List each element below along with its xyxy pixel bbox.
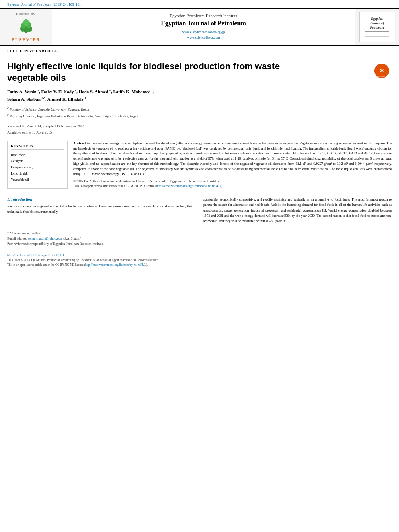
article-type-label: Full Length Article — [0, 46, 399, 55]
article-title-section: Highly effective ionic liquids for biodi… — [0, 58, 399, 86]
dates-section: Received 16 May 2014; accepted 13 Novemb… — [0, 121, 399, 138]
elsevier-brand-text: ELSEVIER — [12, 37, 41, 42]
intro-heading: 1. Introduction — [7, 197, 196, 201]
right-logo-line3: Petroleum — [370, 26, 384, 29]
footnote-peer-review: Peer review under responsibility of Egyp… — [7, 242, 392, 247]
intro-paragraph1: Energy consumption augment is inevitable… — [7, 204, 196, 214]
footer-copyright: 1110-0621 © 2015 The Authors. Production… — [7, 258, 392, 267]
main-content: Keywords Biodiesel; Catalyst; Energy sou… — [0, 138, 399, 189]
author-5: Seham A. Shaban b,* — [7, 97, 45, 101]
intro-col-right: acceptable, economically competitive, an… — [203, 197, 392, 224]
abstract-body: As conventional energy sources deplete, … — [73, 141, 392, 176]
author-4: Latifa K. Mohamed b — [113, 89, 153, 94]
footnote-email: E-mail address: sehamshaban@yahoo.com (S… — [7, 236, 392, 242]
crossmark-badge[interactable]: ✕ CrossMark — [374, 63, 392, 81]
abstract-label: Abstract — [73, 141, 86, 145]
corresponding-label: * Corresponding author. — [10, 232, 41, 235]
keyword-5: Vegetable oil — [11, 177, 64, 183]
introduction-section: 1. Introduction Energy consumption augme… — [0, 197, 399, 224]
page-wrapper: Egyptian Journal of Petroleum (2015) 24,… — [0, 0, 399, 532]
author-3: Hoda S. Ahmed b — [79, 89, 111, 94]
journal-citation: Egyptian Journal of Petroleum (2015) 24,… — [7, 2, 81, 6]
svg-text:✕: ✕ — [380, 68, 384, 74]
crossmark-icon: ✕ CrossMark — [374, 63, 390, 79]
right-logo: Egyptian Journal of Petroleum — [359, 12, 395, 42]
author-6: Ahmed K. Elfadaly b — [47, 97, 86, 101]
keywords-list: Biodiesel; Catalyst; Energy sources; Ion… — [11, 152, 64, 183]
doi-link[interactable]: http://dx.doi.org/10.1016/j.ejpe.2015.02… — [7, 253, 392, 257]
journal-urls: www.elsevier.com/locate/egyjp www.scienc… — [182, 29, 225, 40]
top-citation-bar: Egyptian Journal of Petroleum (2015) 24,… — [0, 0, 399, 8]
keyword-4: Ionic liquid; — [11, 170, 64, 177]
journal-url1[interactable]: www.elsevier.com/locate/egyjp — [182, 29, 225, 35]
open-access-text: This is an open access article under the… — [73, 184, 156, 188]
footer-license-text: This is an open access article under the… — [7, 263, 85, 267]
abstract-text: Abstract As conventional energy sources … — [73, 141, 392, 177]
abstract-box: Abstract As conventional energy sources … — [73, 141, 392, 189]
right-logo-line2: Journal of — [370, 21, 384, 25]
right-logo-line1: Egyptian — [371, 17, 383, 21]
doi-text[interactable]: http://dx.doi.org/10.1016/j.ejpe.2015.02… — [7, 253, 64, 257]
email-person: (S.A. Shaban). — [63, 237, 82, 240]
copyright-text: © 2015 The Authors. Production and hosti… — [73, 179, 220, 183]
intro-paragraph2: acceptable, economically competitive, an… — [203, 197, 392, 224]
author-1: Fathy A. Yassin a — [7, 89, 39, 94]
svg-text:CrossMark: CrossMark — [378, 76, 385, 77]
footer-license-end: ). — [146, 263, 148, 267]
affiliation-b: b Refining Division, Egyptian Petroleum … — [7, 113, 392, 119]
article-type-text: Full Length Article — [7, 49, 58, 53]
journal-right-logo-box: Egyptian Journal of Petroleum — [355, 9, 399, 45]
journal-institute: Egyptian Petroleum Research Institute — [169, 13, 238, 18]
keywords-box: Keywords Biodiesel; Catalyst; Energy sou… — [7, 141, 68, 189]
keyword-2: Catalyst; — [11, 158, 64, 164]
journal-name: Egyptian Journal of Petroleum — [161, 20, 246, 27]
footer-copyright-text: © 2015 The Authors. Production and hosti… — [21, 258, 159, 262]
footnote-section: * * Corresponding author. E-mail address… — [0, 228, 399, 248]
authors-section: Fathy A. Yassin a, Fathy Y. El Kady b, H… — [0, 86, 399, 104]
author-2: Fathy Y. El Kady b — [41, 89, 76, 94]
email-label: E-mail address: — [7, 237, 27, 240]
keyword-1: Biodiesel; — [11, 152, 64, 158]
affiliation-a: a Faculty of Science, Zagazig University… — [7, 106, 392, 112]
elsevier-logo-box: HOSTED BY ELSEVIER — [0, 9, 52, 45]
intro-col-left: 1. Introduction Energy consumption augme… — [7, 197, 196, 224]
footer-license-link[interactable]: http://creativecommons.org/licenses/by-n… — [85, 263, 146, 267]
abstract-copyright: © 2015 The Authors. Production and hosti… — [73, 179, 392, 189]
footnote-star-icon: * — [7, 232, 9, 235]
keyword-3: Energy sources; — [11, 164, 64, 170]
journal-header: HOSTED BY ELSEVIER Egyptian Petroleum Re… — [0, 8, 399, 46]
journal-url2[interactable]: www.sciencedirect.com — [182, 35, 225, 41]
license-link[interactable]: http://creativecommons.org/licenses/by-n… — [156, 184, 221, 188]
article-title: Highly effective ionic liquids for biodi… — [7, 61, 309, 84]
svg-point-6 — [23, 19, 29, 26]
journal-title-box: Egyptian Petroleum Research Institute Eg… — [52, 9, 355, 45]
hosted-by-label: HOSTED BY — [16, 12, 35, 16]
email-address[interactable]: sehamshaban@yahoo.com — [28, 237, 62, 240]
available-date: Available online 16 April 2015 — [7, 129, 392, 135]
section-divider — [7, 193, 392, 193]
received-date: Received 16 May 2014; accepted 13 Novemb… — [7, 123, 392, 129]
affiliations-section: a Faculty of Science, Zagazig University… — [0, 104, 399, 121]
page-footer: http://dx.doi.org/10.1016/j.ejpe.2015.02… — [0, 251, 399, 270]
elsevier-tree-icon — [16, 17, 36, 35]
footnote-corresponding: * * Corresponding author. — [7, 231, 392, 236]
open-access-end: ). — [221, 184, 223, 188]
keywords-title: Keywords — [11, 144, 64, 150]
footer-issn: 1110-0621 — [7, 258, 20, 262]
